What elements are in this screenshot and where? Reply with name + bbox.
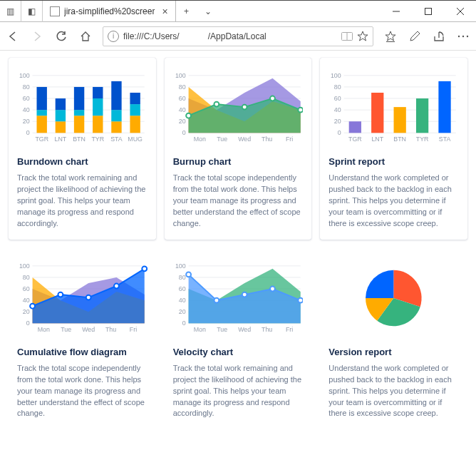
- svg-text:20: 20: [179, 308, 186, 315]
- card-title: Burndown chart: [17, 156, 148, 167]
- svg-text:Wed: Wed: [238, 326, 251, 333]
- card-description: Understand the work completed or pushed …: [328, 363, 459, 420]
- svg-point-109: [58, 292, 63, 297]
- back-button[interactable]: [6, 29, 20, 44]
- svg-rect-43: [111, 81, 121, 110]
- favicon-icon: [50, 6, 60, 16]
- report-card[interactable]: 020406080100MonTueWedThuFriBurnup chartT…: [165, 58, 312, 240]
- svg-point-112: [142, 266, 147, 271]
- svg-text:Fri: Fri: [286, 326, 293, 333]
- svg-rect-87: [371, 93, 383, 133]
- chart-thumbnail: [328, 255, 459, 341]
- maximize-button[interactable]: [412, 1, 444, 22]
- new-tab-button[interactable]: +: [176, 1, 197, 22]
- svg-text:100: 100: [175, 262, 186, 269]
- share-button[interactable]: [432, 29, 446, 44]
- svg-text:40: 40: [23, 106, 30, 113]
- svg-text:STA: STA: [110, 136, 123, 143]
- minimize-icon: [393, 8, 400, 15]
- notes-button[interactable]: [408, 29, 422, 44]
- svg-text:STA: STA: [439, 136, 451, 143]
- svg-text:Fri: Fri: [130, 326, 137, 333]
- svg-text:60: 60: [23, 95, 30, 102]
- report-card[interactable]: 020406080100MonTueWedThuFriVelocity char…: [165, 248, 312, 430]
- svg-text:Tue: Tue: [217, 136, 227, 143]
- svg-rect-38: [93, 116, 103, 133]
- chart-thumbnail: 020406080100MonTueWedThuFri: [173, 65, 304, 150]
- svg-point-134: [298, 297, 303, 302]
- address-bar[interactable]: i file:///C:/Users/ /AppData/Local: [103, 26, 373, 46]
- svg-text:40: 40: [179, 106, 186, 113]
- card-description: Track the total work remaining and proje…: [173, 363, 304, 420]
- report-card[interactable]: 020406080100MonTueWedThuFriCumulative fl…: [9, 248, 156, 430]
- svg-text:80: 80: [179, 274, 186, 281]
- card-description: Track the total scope independently from…: [173, 173, 304, 230]
- browser-tab[interactable]: jira-simplified%20screer ×: [43, 1, 176, 22]
- svg-text:0: 0: [182, 129, 185, 136]
- svg-text:20: 20: [179, 118, 186, 125]
- svg-rect-90: [439, 81, 451, 133]
- svg-text:40: 40: [23, 297, 30, 304]
- reading-view-icon[interactable]: [341, 31, 353, 41]
- report-card[interactable]: Version reportUnderstand the work comple…: [320, 248, 467, 430]
- svg-text:40: 40: [179, 297, 186, 304]
- more-icon: [457, 30, 470, 43]
- svg-point-66: [242, 105, 247, 110]
- card-title: Velocity chart: [173, 347, 304, 357]
- favorites-button[interactable]: [383, 29, 398, 44]
- svg-rect-89: [416, 98, 428, 133]
- svg-point-9: [462, 35, 464, 36]
- svg-text:TGR: TGR: [35, 136, 48, 143]
- svg-rect-42: [111, 110, 121, 121]
- report-card[interactable]: 020406080100TGRLNTBTNTYRSTAMUGBurndown c…: [9, 58, 156, 240]
- svg-rect-31: [36, 87, 46, 110]
- svg-text:Thu: Thu: [262, 136, 272, 143]
- svg-text:Mon: Mon: [193, 136, 205, 143]
- card-description: Track the total work remaining and proje…: [17, 173, 148, 230]
- svg-text:100: 100: [19, 262, 30, 269]
- tab-title: jira-simplified%20screer: [64, 6, 155, 16]
- tab-overflow-icon[interactable]: ⌄: [197, 1, 219, 22]
- forward-button[interactable]: [30, 29, 44, 44]
- svg-point-131: [214, 297, 219, 302]
- minimize-button[interactable]: [380, 1, 412, 22]
- svg-text:80: 80: [23, 274, 30, 281]
- svg-text:MUG: MUG: [128, 136, 143, 143]
- svg-rect-30: [36, 110, 46, 116]
- svg-text:40: 40: [334, 106, 341, 113]
- svg-rect-41: [111, 121, 121, 133]
- close-tab-icon[interactable]: ×: [162, 6, 167, 17]
- svg-rect-46: [130, 93, 140, 104]
- refresh-button[interactable]: [54, 29, 68, 44]
- svg-point-130: [186, 272, 191, 277]
- svg-text:20: 20: [334, 118, 341, 125]
- svg-text:100: 100: [19, 72, 30, 79]
- svg-text:Wed: Wed: [238, 136, 251, 143]
- more-button[interactable]: [456, 29, 470, 44]
- favorite-icon[interactable]: [357, 31, 368, 42]
- pen-icon: [408, 30, 421, 43]
- page-content: 020406080100TGRLNTBTNTYRSTAMUGBurndown c…: [0, 51, 476, 460]
- svg-text:0: 0: [338, 129, 341, 136]
- svg-point-111: [114, 283, 119, 288]
- card-title: Sprint report: [328, 156, 459, 167]
- svg-point-10: [467, 35, 468, 36]
- svg-point-132: [242, 292, 247, 297]
- home-button[interactable]: [78, 29, 93, 44]
- info-icon[interactable]: i: [108, 31, 119, 42]
- home-icon: [79, 30, 92, 43]
- svg-rect-36: [74, 110, 84, 116]
- report-card[interactable]: 020406080100TGRLNTBTNTYRSTASprint report…: [320, 58, 467, 240]
- svg-text:Mon: Mon: [38, 326, 50, 333]
- tabs-aside-icon[interactable]: ▥: [0, 1, 21, 22]
- svg-text:BTN: BTN: [73, 136, 86, 143]
- svg-text:80: 80: [23, 83, 30, 91]
- svg-text:100: 100: [175, 72, 186, 79]
- svg-text:60: 60: [179, 285, 186, 292]
- svg-text:Thu: Thu: [105, 326, 116, 333]
- svg-text:Fri: Fri: [286, 136, 293, 143]
- svg-rect-44: [130, 116, 140, 133]
- close-window-button[interactable]: [444, 1, 476, 22]
- tab-preview-icon[interactable]: ◧: [21, 1, 43, 22]
- svg-text:80: 80: [334, 83, 341, 91]
